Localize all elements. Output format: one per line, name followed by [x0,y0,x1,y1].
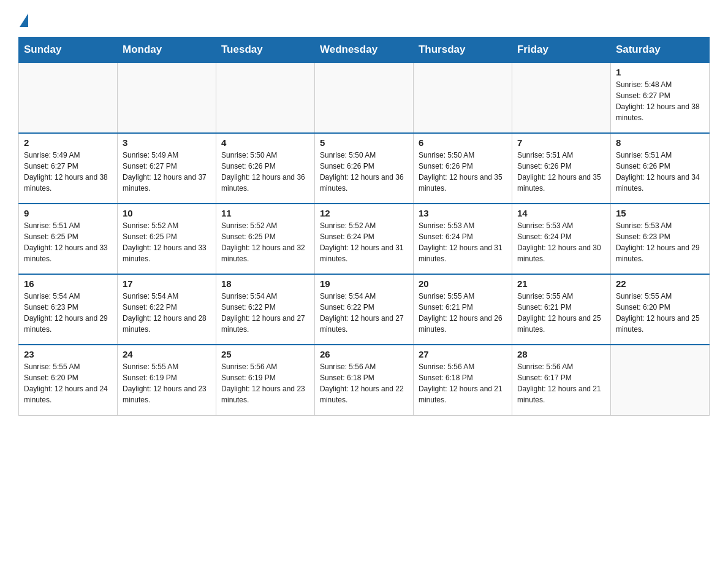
calendar-cell: 19Sunrise: 5:54 AMSunset: 6:22 PMDayligh… [314,274,413,345]
day-of-week-header: Tuesday [216,37,314,63]
page-header [18,12,710,25]
day-info: Sunrise: 5:56 AMSunset: 6:17 PMDaylight:… [517,361,605,405]
day-info: Sunrise: 5:49 AMSunset: 6:27 PMDaylight:… [123,150,211,194]
calendar-cell: 15Sunrise: 5:53 AMSunset: 6:23 PMDayligh… [610,204,709,274]
calendar-cell: 11Sunrise: 5:52 AMSunset: 6:25 PMDayligh… [216,204,314,274]
day-info: Sunrise: 5:54 AMSunset: 6:23 PMDaylight:… [24,291,112,335]
day-of-week-header: Wednesday [314,37,413,63]
calendar-cell: 1Sunrise: 5:48 AMSunset: 6:27 PMDaylight… [610,63,709,133]
day-number: 22 [616,278,704,289]
calendar-cell [610,345,709,415]
calendar-cell: 6Sunrise: 5:50 AMSunset: 6:26 PMDaylight… [413,133,512,204]
calendar-cell: 4Sunrise: 5:50 AMSunset: 6:26 PMDaylight… [216,133,314,204]
calendar-cell: 18Sunrise: 5:54 AMSunset: 6:22 PMDayligh… [216,274,314,345]
day-info: Sunrise: 5:54 AMSunset: 6:22 PMDaylight:… [320,291,408,335]
day-info: Sunrise: 5:54 AMSunset: 6:22 PMDaylight:… [221,291,309,335]
day-info: Sunrise: 5:55 AMSunset: 6:20 PMDaylight:… [24,361,112,405]
day-info: Sunrise: 5:56 AMSunset: 6:19 PMDaylight:… [221,361,309,405]
day-of-week-header: Friday [512,37,610,63]
day-info: Sunrise: 5:55 AMSunset: 6:20 PMDaylight:… [616,291,704,335]
day-number: 9 [24,208,112,218]
day-number: 4 [221,137,309,148]
calendar-cell: 17Sunrise: 5:54 AMSunset: 6:22 PMDayligh… [117,274,216,345]
calendar-cell [19,63,118,133]
day-info: Sunrise: 5:53 AMSunset: 6:24 PMDaylight:… [517,220,605,264]
day-info: Sunrise: 5:56 AMSunset: 6:18 PMDaylight:… [419,361,507,405]
calendar-cell [117,63,216,133]
calendar-cell: 5Sunrise: 5:50 AMSunset: 6:26 PMDaylight… [314,133,413,204]
day-number: 18 [221,278,309,289]
day-number: 25 [221,349,309,359]
calendar-cell: 26Sunrise: 5:56 AMSunset: 6:18 PMDayligh… [314,345,413,415]
calendar-cell: 25Sunrise: 5:56 AMSunset: 6:19 PMDayligh… [216,345,314,415]
day-info: Sunrise: 5:50 AMSunset: 6:26 PMDaylight:… [320,150,408,194]
day-number: 28 [517,349,605,359]
day-info: Sunrise: 5:51 AMSunset: 6:26 PMDaylight:… [517,150,605,194]
day-number: 24 [123,349,211,359]
calendar-cell: 2Sunrise: 5:49 AMSunset: 6:27 PMDaylight… [19,133,118,204]
logo [18,12,28,25]
calendar-cell: 3Sunrise: 5:49 AMSunset: 6:27 PMDaylight… [117,133,216,204]
day-info: Sunrise: 5:54 AMSunset: 6:22 PMDaylight:… [123,291,211,335]
calendar-cell: 20Sunrise: 5:55 AMSunset: 6:21 PMDayligh… [413,274,512,345]
day-info: Sunrise: 5:55 AMSunset: 6:21 PMDaylight:… [419,291,507,335]
day-info: Sunrise: 5:55 AMSunset: 6:21 PMDaylight:… [517,291,605,335]
calendar-cell: 9Sunrise: 5:51 AMSunset: 6:25 PMDaylight… [19,204,118,274]
calendar-week-row: 1Sunrise: 5:48 AMSunset: 6:27 PMDaylight… [19,63,710,133]
logo-triangle-icon [20,13,28,27]
calendar-cell: 8Sunrise: 5:51 AMSunset: 6:26 PMDaylight… [610,133,709,204]
day-number: 1 [616,67,704,77]
day-number: 10 [123,208,211,218]
day-number: 3 [123,137,211,148]
day-number: 20 [419,278,507,289]
day-number: 19 [320,278,408,289]
day-number: 14 [517,208,605,218]
day-info: Sunrise: 5:52 AMSunset: 6:24 PMDaylight:… [320,220,408,264]
day-info: Sunrise: 5:49 AMSunset: 6:27 PMDaylight:… [24,150,112,194]
day-info: Sunrise: 5:48 AMSunset: 6:27 PMDaylight:… [616,79,704,123]
day-number: 6 [419,137,507,148]
day-number: 27 [419,349,507,359]
calendar-cell: 23Sunrise: 5:55 AMSunset: 6:20 PMDayligh… [19,345,118,415]
calendar-cell: 16Sunrise: 5:54 AMSunset: 6:23 PMDayligh… [19,274,118,345]
calendar-cell: 12Sunrise: 5:52 AMSunset: 6:24 PMDayligh… [314,204,413,274]
day-number: 8 [616,137,704,148]
day-number: 21 [517,278,605,289]
calendar-cell: 10Sunrise: 5:52 AMSunset: 6:25 PMDayligh… [117,204,216,274]
day-number: 5 [320,137,408,148]
calendar-cell: 28Sunrise: 5:56 AMSunset: 6:17 PMDayligh… [512,345,610,415]
day-number: 7 [517,137,605,148]
day-number: 26 [320,349,408,359]
calendar-cell [216,63,314,133]
calendar-cell: 21Sunrise: 5:55 AMSunset: 6:21 PMDayligh… [512,274,610,345]
calendar-table: SundayMondayTuesdayWednesdayThursdayFrid… [18,37,710,416]
day-number: 13 [419,208,507,218]
day-of-week-header: Sunday [19,37,118,63]
calendar-header-row: SundayMondayTuesdayWednesdayThursdayFrid… [19,37,710,63]
calendar-cell [314,63,413,133]
day-info: Sunrise: 5:52 AMSunset: 6:25 PMDaylight:… [221,220,309,264]
day-of-week-header: Saturday [610,37,709,63]
calendar-cell [512,63,610,133]
day-number: 17 [123,278,211,289]
calendar-cell: 14Sunrise: 5:53 AMSunset: 6:24 PMDayligh… [512,204,610,274]
day-info: Sunrise: 5:50 AMSunset: 6:26 PMDaylight:… [221,150,309,194]
day-info: Sunrise: 5:55 AMSunset: 6:19 PMDaylight:… [123,361,211,405]
calendar-cell: 24Sunrise: 5:55 AMSunset: 6:19 PMDayligh… [117,345,216,415]
day-number: 16 [24,278,112,289]
calendar-week-row: 16Sunrise: 5:54 AMSunset: 6:23 PMDayligh… [19,274,710,345]
day-number: 12 [320,208,408,218]
calendar-cell [413,63,512,133]
day-info: Sunrise: 5:56 AMSunset: 6:18 PMDaylight:… [320,361,408,405]
day-number: 11 [221,208,309,218]
calendar-cell: 27Sunrise: 5:56 AMSunset: 6:18 PMDayligh… [413,345,512,415]
day-info: Sunrise: 5:52 AMSunset: 6:25 PMDaylight:… [123,220,211,264]
day-number: 15 [616,208,704,218]
day-info: Sunrise: 5:51 AMSunset: 6:25 PMDaylight:… [24,220,112,264]
day-of-week-header: Thursday [413,37,512,63]
day-info: Sunrise: 5:53 AMSunset: 6:24 PMDaylight:… [419,220,507,264]
day-info: Sunrise: 5:50 AMSunset: 6:26 PMDaylight:… [419,150,507,194]
calendar-cell: 7Sunrise: 5:51 AMSunset: 6:26 PMDaylight… [512,133,610,204]
day-info: Sunrise: 5:51 AMSunset: 6:26 PMDaylight:… [616,150,704,194]
calendar-week-row: 9Sunrise: 5:51 AMSunset: 6:25 PMDaylight… [19,204,710,274]
